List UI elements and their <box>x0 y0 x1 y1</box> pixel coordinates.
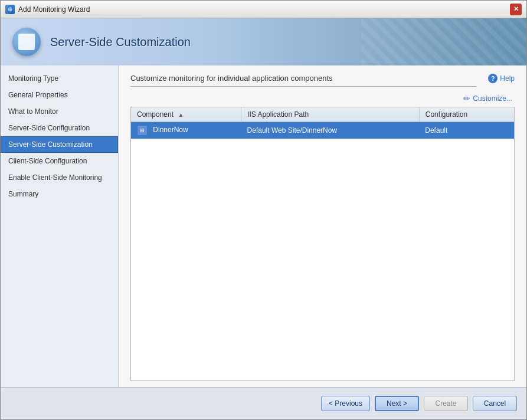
table-row[interactable]: ⊞ DinnerNow Default Web Site/DinnerNow D… <box>131 122 514 139</box>
sidebar-item[interactable]: Enable Client-Side Monitoring <box>1 169 118 186</box>
cell-component: ⊞ DinnerNow <box>131 122 241 139</box>
create-button: Create <box>424 396 468 411</box>
customize-bar: ✏ Customize... <box>130 93 515 104</box>
col-component-label: Component <box>137 110 174 119</box>
window-icon: ⊕ <box>5 5 15 14</box>
sidebar-item[interactable]: Server-Side Customization <box>1 136 118 153</box>
sort-icon: ▲ <box>178 111 184 118</box>
help-link[interactable]: ? Help <box>488 74 515 83</box>
header-icon-inner <box>18 34 35 50</box>
table-header: Component ▲ IIS Application Path Configu… <box>131 107 514 122</box>
title-bar: ⊕ Add Monitoring Wizard ✕ <box>1 1 526 18</box>
iis-path-value: Default Web Site/DinnerNow <box>247 126 338 134</box>
main-content: Monitoring TypeGeneral PropertiesWhat to… <box>1 65 526 387</box>
col-iis-path-label: IIS Application Path <box>247 110 309 119</box>
table-body: ⊞ DinnerNow Default Web Site/DinnerNow D… <box>131 122 514 139</box>
sidebar-item[interactable]: Summary <box>1 186 118 202</box>
header-icon <box>12 28 41 56</box>
col-component: Component ▲ <box>131 107 241 122</box>
next-button[interactable]: Next > <box>375 396 419 411</box>
customize-label: Customize... <box>473 94 512 103</box>
header-title: Server-Side Customization <box>50 35 191 49</box>
content-description: Customize monitoring for individual appl… <box>130 74 476 87</box>
close-button[interactable]: ✕ <box>510 4 522 15</box>
sidebar-item[interactable]: What to Monitor <box>1 103 118 120</box>
help-icon: ? <box>488 74 497 83</box>
cancel-button[interactable]: Cancel <box>473 396 517 411</box>
sidebar-item[interactable]: General Properties <box>1 87 118 103</box>
component-name: DinnerNow <box>153 126 188 134</box>
content-header: Customize monitoring for individual appl… <box>119 65 526 93</box>
content-body: ✏ Customize... Component ▲ <box>119 93 526 387</box>
table-header-row: Component ▲ IIS Application Path Configu… <box>131 107 514 122</box>
col-iis-path: IIS Application Path <box>241 107 420 122</box>
window-title: Add Monitoring Wizard <box>18 5 90 14</box>
sidebar-item[interactable]: Monitoring Type <box>1 70 118 87</box>
previous-button[interactable]: < Previous <box>321 396 370 411</box>
customize-button[interactable]: ✏ Customize... <box>461 93 515 104</box>
col-configuration-label: Configuration <box>425 110 467 119</box>
sidebar-item[interactable]: Server-Side Configuration <box>1 120 118 136</box>
sidebar-item[interactable]: Client-Side Configuration <box>1 153 118 169</box>
footer: < Previous Next > Create Cancel <box>1 387 526 419</box>
cell-iis-path: Default Web Site/DinnerNow <box>241 122 420 139</box>
pencil-icon: ✏ <box>463 94 470 103</box>
sidebar: Monitoring TypeGeneral PropertiesWhat to… <box>1 65 119 387</box>
title-bar-left: ⊕ Add Monitoring Wizard <box>5 5 90 14</box>
wizard-window: ⊕ Add Monitoring Wizard ✕ Server-Side Cu… <box>0 0 527 420</box>
component-table: Component ▲ IIS Application Path Configu… <box>131 107 514 139</box>
configuration-value: Default <box>425 126 447 134</box>
help-label: Help <box>500 74 515 83</box>
content-panel: Customize monitoring for individual appl… <box>119 65 526 387</box>
row-icon: ⊞ <box>137 125 148 136</box>
component-table-container: Component ▲ IIS Application Path Configu… <box>130 107 515 381</box>
header-banner: Server-Side Customization <box>1 18 526 65</box>
col-configuration: Configuration <box>419 107 514 122</box>
cell-configuration: Default <box>419 122 514 139</box>
